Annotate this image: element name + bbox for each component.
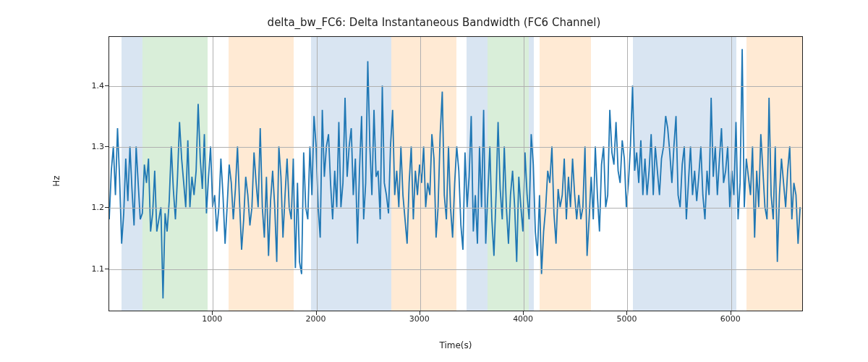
y-tick-mark — [105, 207, 109, 208]
y-tick-label: 1.4 — [0, 80, 104, 90]
x-tick-mark — [731, 311, 731, 315]
y-tick-label: 1.1 — [0, 264, 104, 273]
x-tick-mark — [212, 311, 213, 315]
x-tick-mark — [420, 311, 420, 315]
x-axis-label: Time(s) — [109, 340, 803, 350]
x-tick-mark — [626, 311, 627, 315]
y-tick-mark — [105, 146, 109, 147]
gridline-v — [627, 37, 628, 311]
chart-title: delta_bw_FC6: Delta Instantaneous Bandwi… — [0, 16, 868, 29]
gridline-v — [731, 37, 732, 311]
y-tick-label: 1.3 — [0, 142, 104, 151]
y-tick-mark — [105, 269, 109, 269]
y-tick-mark — [105, 85, 109, 86]
y-axis-label: Hz — [49, 0, 64, 362]
x-tick-label: 3000 — [409, 314, 430, 324]
gridline-v — [213, 37, 213, 311]
y-tick-label: 1.2 — [0, 203, 104, 212]
gridline-v — [524, 37, 524, 311]
x-tick-label: 1000 — [202, 314, 222, 324]
x-tick-label: 6000 — [720, 314, 741, 324]
gridline-v — [420, 37, 421, 311]
x-tick-mark — [523, 311, 524, 315]
x-tick-label: 4000 — [513, 314, 533, 324]
gridline-v — [317, 37, 318, 311]
chart-figure: delta_bw_FC6: Delta Instantaneous Bandwi… — [0, 0, 868, 362]
x-tick-label: 5000 — [616, 314, 637, 324]
plot-area — [109, 36, 803, 311]
x-tick-mark — [316, 311, 317, 315]
x-tick-label: 2000 — [306, 314, 326, 324]
